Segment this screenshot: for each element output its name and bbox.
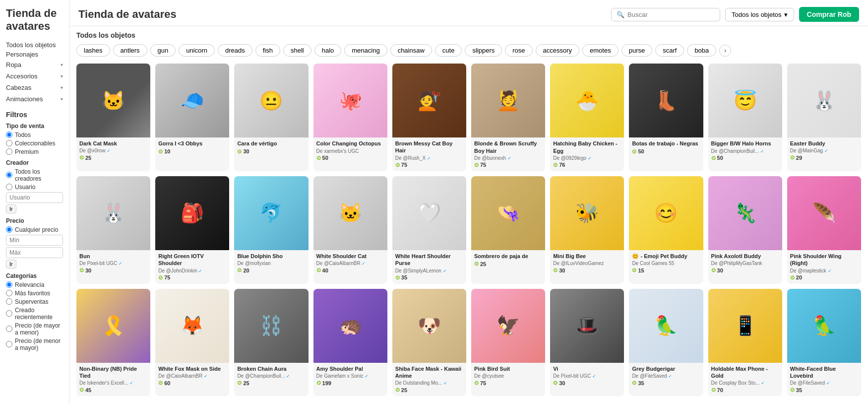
- item-card[interactable]: 📱 Holdable Max Phone - Gold De Cosplay B…: [708, 289, 782, 397]
- tag-gun[interactable]: gun: [150, 44, 176, 57]
- tag-menacing[interactable]: menacing: [344, 44, 387, 57]
- item-card[interactable]: 🐱 Dark Cat Mask De @x0row ✓ ⊙ 25: [76, 64, 150, 171]
- item-thumbnail: 🐙: [313, 64, 387, 137]
- item-name: Broken Chain Aura: [237, 365, 305, 372]
- item-card[interactable]: 🎗️ Non-Binary (NB) Pride Tied De Iskende…: [76, 289, 150, 397]
- tags-scroll-right[interactable]: ›: [719, 45, 731, 57]
- sort-opt-precio-(de-mayor-a-menor)[interactable]: Precio (de mayor a menor): [6, 322, 63, 336]
- sidebar-category-accesorios[interactable]: Accesorios▾: [6, 70, 63, 82]
- item-thumbnail: 👒: [471, 176, 545, 250]
- tag-shell[interactable]: shell: [283, 44, 311, 57]
- tag-antlers[interactable]: antlers: [113, 44, 147, 57]
- verified-icon: ✓: [588, 156, 592, 161]
- creator-opt-todos-los-creadores[interactable]: Todos los creadores: [6, 168, 63, 182]
- tag-boba[interactable]: boba: [687, 44, 716, 57]
- sidebar-category-animaciones[interactable]: Animaciones▾: [6, 93, 63, 105]
- sale-type-coleccionables[interactable]: Coleccionables: [6, 140, 63, 147]
- item-card[interactable]: 👒 Sombrero de paja de ⊙ 25: [471, 176, 545, 284]
- price-opt-any[interactable]: Cualquier precio: [6, 226, 63, 233]
- item-card[interactable]: 😇 Bigger B/W Halo Horns De @ChampionBuil…: [708, 64, 782, 171]
- item-name: Gorra I <3 Obbys: [158, 140, 226, 147]
- item-card[interactable]: 🦊 White Fox Mask on Side De @CaioAlbarnB…: [155, 289, 229, 397]
- item-card[interactable]: 🎩 Vi De Pixel-bit UGC ✓ ⊙ 30: [550, 289, 624, 397]
- item-price: ⊙ 25: [237, 380, 305, 386]
- item-price-value: 76: [559, 162, 565, 168]
- item-card[interactable]: ⛓️ Broken Chain Aura De @ChampionBuil...…: [234, 289, 308, 397]
- tag-slippers[interactable]: slippers: [465, 44, 502, 57]
- item-card[interactable]: 🪶 Pink Shoulder Wing (Right) De @maplest…: [787, 176, 861, 284]
- robux-icon: ⊙: [632, 380, 636, 386]
- item-card[interactable]: 🦜 White-Faced Blue Lovebird De @FileSave…: [787, 289, 861, 397]
- search-input[interactable]: [627, 11, 715, 18]
- item-card[interactable]: 🎒 Right Green IOTV Shoulder De @JohnDrin…: [155, 176, 229, 284]
- sale-type-group: Todos Coleccionables Premium: [6, 132, 63, 155]
- item-price-value: 25: [85, 155, 91, 161]
- tag-emotes[interactable]: emotes: [582, 44, 619, 57]
- buy-robux-button[interactable]: Comprar Rob: [799, 7, 859, 22]
- sidebar-category-cabezas[interactable]: Cabezas▾: [6, 82, 63, 93]
- item-card[interactable]: 🐬 Blue Dolphin Sho De @mollyxian ⊙ 20: [234, 176, 308, 284]
- item-card[interactable]: 🦔 Amy Shoulder Pal De Gamefam x Sonic ✓ …: [313, 289, 387, 397]
- item-card[interactable]: 🦎 Pink Axolotl Buddy De @PhilipMyGasTank…: [708, 176, 782, 284]
- price-max-input[interactable]: [6, 247, 63, 258]
- item-card[interactable]: 💇 Brown Messy Cat Boy Hair De @Rush_X ✓ …: [392, 64, 466, 171]
- item-price-value: 50: [638, 148, 644, 154]
- item-price: ⊙ 20: [790, 274, 858, 281]
- item-card[interactable]: 🦅 Pink Bird Suit De @cyutsee ⊙ 75: [471, 289, 545, 397]
- item-name: White Heart Shoulder Purse: [395, 253, 463, 267]
- sale-type-todos[interactable]: Todos: [6, 132, 63, 138]
- tag-unicorn[interactable]: unicorn: [179, 44, 215, 57]
- tag-fish[interactable]: fish: [255, 44, 280, 57]
- creator-submit-btn[interactable]: Ir: [6, 204, 16, 213]
- tag-accessory[interactable]: accessory: [536, 44, 580, 57]
- item-price: ⊙ 35: [395, 274, 463, 281]
- item-card[interactable]: 💆 Blonde & Brown Scruffy Boy Hair De @bu…: [471, 64, 545, 171]
- item-card[interactable]: 🧢 Gorra I <3 Obbys ⊙ 10: [155, 64, 229, 171]
- tag-rose[interactable]: rose: [505, 44, 532, 57]
- creator-input[interactable]: [6, 192, 63, 203]
- item-card[interactable]: 🤍 White Heart Shoulder Purse De @SimplyA…: [392, 176, 466, 284]
- chevron-icon: ▾: [61, 62, 63, 67]
- robux-icon: ⊙: [79, 154, 84, 161]
- item-card[interactable]: 🦜 Grey Budgerigar De @FileSaved ✓ ⊙ 35: [629, 289, 703, 397]
- filter-dropdown[interactable]: Todos los objetos ▾: [725, 8, 794, 21]
- sort-opt-precio-(de-menor-a-mayor)[interactable]: Precio (de menor a mayor): [6, 337, 63, 351]
- sale-type-premium[interactable]: Premium: [6, 148, 63, 155]
- item-price-value: 35: [638, 380, 644, 386]
- item-card[interactable]: 🐝 Mini Big Bee De @ILuvVideoGamez ⊙ 30: [550, 176, 624, 284]
- sidebar-category-ropa[interactable]: Ropa▾: [6, 59, 63, 70]
- item-card[interactable]: 🐰 Easter Buddy De @MainGag ✓ ⊙ 29: [787, 64, 861, 171]
- tag-cute[interactable]: cute: [435, 44, 462, 57]
- item-thumbnail: 💇: [392, 64, 466, 137]
- item-card[interactable]: 🐣 Hatching Baby Chicken - Egg De @0929le…: [550, 64, 624, 171]
- item-card[interactable]: 🐰 Bun De Pixel-bit UGC ✓ ⊙ 30: [76, 176, 150, 284]
- tag-scarf[interactable]: scarf: [655, 44, 684, 57]
- item-card[interactable]: 😐 Cara de vértigo ⊙ 30: [234, 64, 308, 171]
- item-creator: De @PhilipMyGasTank: [711, 261, 779, 266]
- sidebar-characters[interactable]: Personajes: [6, 50, 63, 59]
- tag-dreads[interactable]: dreads: [218, 44, 252, 57]
- sort-opt-creado-recientemente[interactable]: Creado recientemente: [6, 307, 63, 321]
- sort-opt-superventas[interactable]: Superventas: [6, 298, 63, 305]
- robux-icon: ⊙: [237, 380, 242, 386]
- item-card[interactable]: 👢 Botas de trabajo - Negras ⊙ 50: [629, 64, 703, 171]
- tag-halo[interactable]: halo: [314, 44, 342, 57]
- tag-lashes[interactable]: lashes: [76, 44, 110, 57]
- sort-opt-relevancia[interactable]: Relevancia: [6, 281, 63, 288]
- sort-opt-más-favoritos[interactable]: Más favoritos: [6, 290, 63, 297]
- item-card[interactable]: 🐙 Color Changing Octopus De xarmebx's UG…: [313, 64, 387, 171]
- item-thumbnail: 🦜: [787, 289, 861, 363]
- tag-purse[interactable]: purse: [621, 44, 653, 57]
- item-name: Hatching Baby Chicken - Egg: [553, 140, 621, 154]
- creator-opt-usuario[interactable]: Usuario: [6, 184, 63, 191]
- sidebar-all-objects[interactable]: Todos los objetos: [6, 40, 63, 50]
- item-price-value: 35: [401, 274, 407, 280]
- tag-chainsaw[interactable]: chainsaw: [390, 44, 432, 57]
- price-submit-btn[interactable]: Ir: [6, 260, 16, 269]
- price-min-input[interactable]: [6, 235, 63, 246]
- item-card[interactable]: 😊 😊 - Emoji Pet Buddy De Cool Games 55 ⊙…: [629, 176, 703, 284]
- content-area: Todos los objetos lashesantlersgununicor…: [69, 26, 868, 404]
- item-card[interactable]: 🐱 White Shoulder Cat De @CaioAlbarnBR ✓ …: [313, 176, 387, 284]
- item-thumbnail: 🎗️: [76, 289, 150, 363]
- item-card[interactable]: 🐶 Shiba Face Mask - Kawaii Anime De Outs…: [392, 289, 466, 397]
